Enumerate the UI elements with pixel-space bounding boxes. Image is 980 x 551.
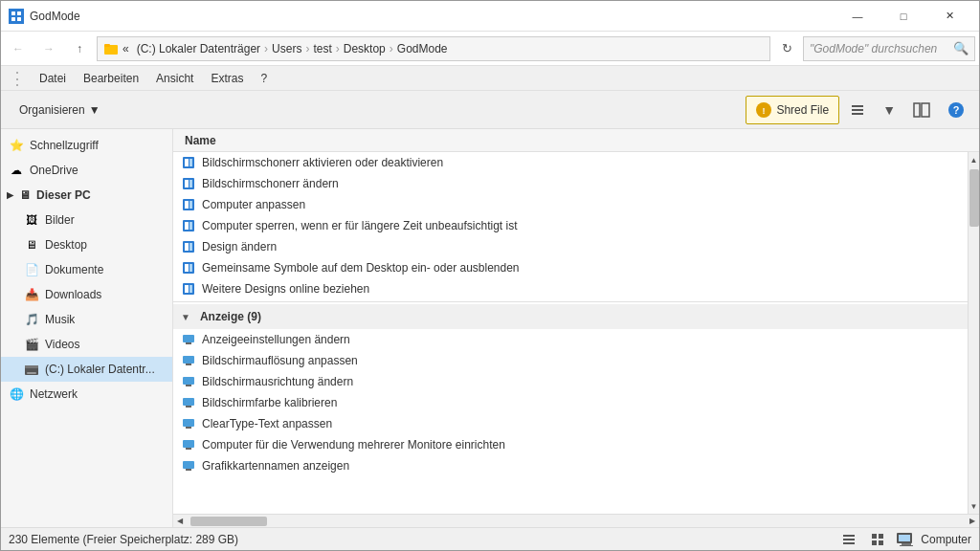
item-icon: [181, 332, 196, 347]
menu-help[interactable]: ?: [253, 70, 275, 87]
svg-rect-58: [879, 534, 883, 539]
svg-rect-44: [183, 377, 194, 385]
sidebar-item-bilder[interactable]: 🖼 Bilder: [1, 208, 172, 232]
svg-rect-24: [189, 180, 192, 187]
view-list-button[interactable]: [843, 96, 872, 124]
svg-rect-2: [17, 11, 21, 15]
svg-rect-12: [914, 103, 920, 117]
list-item[interactable]: Bildschirmfarbe kalibrieren: [173, 392, 968, 413]
documents-icon: 📄: [24, 262, 39, 277]
menu-bearbeiten[interactable]: Bearbeiten: [76, 70, 146, 87]
list-item[interactable]: Bildschirmausrichtung ändern: [173, 371, 968, 392]
list-item[interactable]: Computer sperren, wenn er für längere Ze…: [173, 215, 968, 236]
scroll-left-button[interactable]: ◀: [173, 515, 187, 528]
maximize-button[interactable]: □: [881, 1, 925, 32]
minimize-button[interactable]: —: [835, 1, 880, 32]
list-item[interactable]: Anzeigeeinstellungen ändern: [173, 329, 968, 350]
search-icon: 🔍: [953, 41, 969, 55]
sidebar-label-netzwerk: Netzwerk: [30, 387, 78, 401]
scroll-right-button[interactable]: ▶: [966, 515, 979, 528]
svg-rect-11: [852, 113, 863, 115]
item-icon: [181, 353, 196, 368]
videos-icon: 🎬: [24, 337, 39, 352]
back-button[interactable]: ←: [5, 35, 32, 62]
sidebar-label-downloads: Downloads: [45, 288, 101, 301]
list-item[interactable]: Gemeinsame Symbole auf dem Desktop ein- …: [173, 257, 968, 278]
scroll-thumb[interactable]: [969, 169, 979, 227]
svg-rect-64: [900, 545, 913, 546]
section-header-anzeige[interactable]: ▼ Anzeige (9): [173, 304, 968, 329]
scroll-up-button[interactable]: ▲: [969, 152, 980, 167]
list-item[interactable]: Bildschirmauflösung anpassen: [173, 350, 968, 371]
forward-button[interactable]: →: [35, 35, 62, 62]
pane-toggle-button[interactable]: [906, 96, 937, 124]
item-name: Bildschirmauflösung anpassen: [202, 354, 358, 367]
disk-icon: [24, 362, 39, 377]
list-item[interactable]: Grafikkartennamen anzeigen: [173, 455, 968, 476]
svg-rect-4: [17, 17, 21, 21]
item-icon: [181, 239, 196, 254]
menu-ansicht[interactable]: Ansicht: [148, 70, 201, 87]
scroll-down-button[interactable]: ▼: [969, 498, 980, 514]
svg-rect-43: [186, 364, 191, 365]
list-item[interactable]: Bildschirmschonerr ändern: [173, 173, 968, 194]
file-list-body[interactable]: Bildschirmschonerr aktivieren oder deakt…: [173, 152, 968, 514]
sidebar-section-dieser-pc[interactable]: ▶ 🖥 Dieser PC: [1, 183, 172, 208]
svg-text:!: !: [763, 106, 766, 116]
sidebar-item-downloads[interactable]: 📥 Downloads: [1, 282, 172, 307]
svg-rect-13: [922, 103, 929, 117]
help-icon: ?: [947, 101, 965, 119]
status-view-grid-button[interactable]: [867, 529, 888, 550]
name-column-header[interactable]: Name: [181, 134, 220, 147]
sidebar-item-local-disk[interactable]: (C:) Lokaler Datentr...: [1, 357, 172, 382]
h-scroll-track: [187, 515, 966, 528]
svg-rect-36: [189, 264, 192, 272]
menu-bar: ⋮ Datei Bearbeiten Ansicht Extras ?: [1, 66, 979, 91]
sidebar-item-videos[interactable]: 🎬 Videos: [1, 332, 172, 357]
sidebar-item-netzwerk[interactable]: 🌐 Netzwerk: [1, 382, 172, 407]
svg-rect-18: [27, 372, 36, 374]
sidebar-item-desktop[interactable]: 🖥 Desktop: [1, 232, 172, 257]
sidebar-item-schnellzugriff[interactable]: ⭐ Schnellzugriff: [1, 133, 172, 158]
sidebar-item-dokumente[interactable]: 📄 Dokumente: [1, 257, 172, 282]
menu-extras[interactable]: Extras: [203, 70, 251, 87]
list-item[interactable]: Bildschirmschonerr aktivieren oder deakt…: [173, 152, 968, 173]
list-item[interactable]: Computer anpassen: [173, 194, 968, 215]
list-item[interactable]: Computer für die Verwendung mehrerer Mon…: [173, 434, 968, 455]
breadcrumb-desktop: Desktop: [344, 42, 386, 55]
list-item[interactable]: ClearType-Text anpassen: [173, 413, 968, 434]
list-item[interactable]: Design ändern: [173, 236, 968, 257]
item-icon: [181, 197, 196, 212]
help-button[interactable]: ?: [941, 96, 971, 124]
music-icon: 🎵: [24, 312, 39, 327]
svg-rect-56: [843, 542, 855, 544]
close-button[interactable]: ✕: [927, 1, 971, 32]
sidebar-item-musik[interactable]: 🎵 Musik: [1, 307, 172, 332]
svg-rect-40: [183, 335, 194, 342]
up-button[interactable]: ↑: [66, 35, 93, 62]
vertical-scrollbar[interactable]: ▲ ▼: [968, 152, 979, 514]
status-view-list-button[interactable]: [838, 529, 859, 550]
h-scroll-thumb[interactable]: [190, 517, 267, 526]
view-dropdown-button[interactable]: ▼: [876, 96, 902, 124]
dieser-pc-arrow-icon: ▶: [7, 190, 13, 200]
horizontal-scrollbar[interactable]: ◀ ▶: [173, 514, 979, 527]
refresh-button[interactable]: ↻: [774, 36, 799, 61]
svg-rect-21: [189, 159, 192, 166]
address-box[interactable]: « (C:) Lokaler Datenträger › Users › tes…: [97, 36, 770, 61]
sidebar: ⭐ Schnellzugriff ☁ OneDrive ▶ 🖥 Dieser P…: [1, 129, 173, 527]
sidebar-label-schnellzugriff: Schnellzugriff: [30, 139, 99, 152]
item-icon: [181, 281, 196, 297]
svg-rect-30: [189, 222, 192, 230]
item-name: Bildschirmschonerr ändern: [202, 177, 339, 190]
item-icon: [181, 395, 196, 410]
computer-icon: 🖥: [17, 187, 33, 203]
svg-rect-33: [189, 243, 192, 251]
menu-datei[interactable]: Datei: [32, 70, 74, 87]
search-box[interactable]: "GodMode" durchsuchen 🔍: [803, 36, 975, 61]
downloads-icon: 📥: [24, 287, 39, 302]
sidebar-item-onedrive[interactable]: ☁ OneDrive: [1, 158, 172, 183]
shred-file-button[interactable]: ! Shred File: [746, 96, 839, 124]
list-item[interactable]: Weitere Designs online beziehen: [173, 278, 968, 299]
organize-button[interactable]: Organisieren ▼: [9, 96, 111, 124]
